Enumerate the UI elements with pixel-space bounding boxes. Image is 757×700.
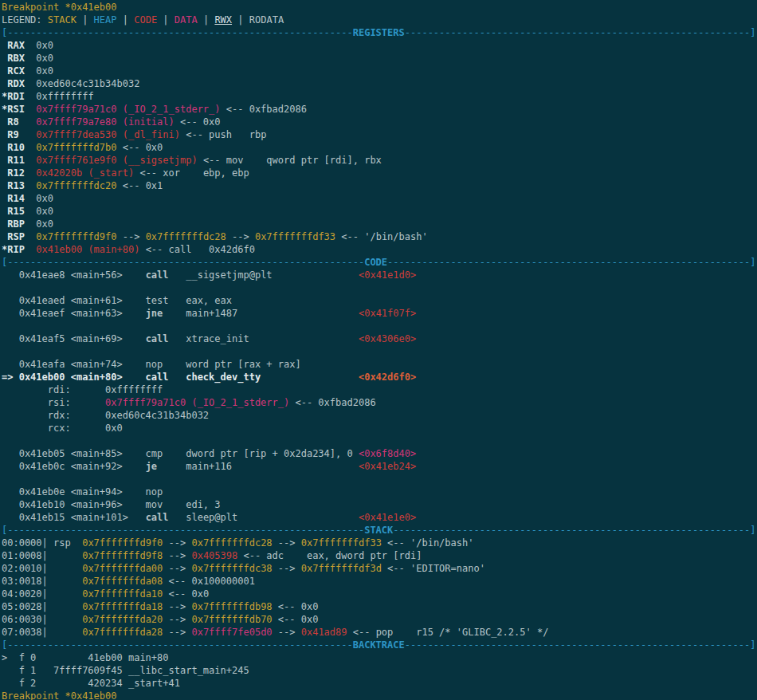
text-token: RBP (2, 218, 36, 230)
text-token: *RDI (2, 91, 36, 102)
register-row-r10: R10 0x7fffffffd7b0 <-- 0x0 (2, 141, 757, 154)
register-row-r14: R14 0x0 (2, 192, 757, 205)
text-token: <-- 0x1 (117, 180, 163, 191)
text-token: 06:0030| (2, 614, 82, 625)
text-token: 0x7fffffffdc28 (191, 537, 272, 549)
text-token: <0x42d6f0> (359, 372, 416, 383)
text-token: rdi: 0xffffffff (2, 384, 163, 395)
breakpoint-banner-bottom: Breakpoint *0x41eb00 (2, 690, 757, 700)
text-token: 0x7fffffffdc38 (191, 563, 272, 574)
text-token: <0x41e1e0> (359, 512, 416, 523)
stack-row-04: 04:0020| 0x7fffffffda10 <-- 0x0 (2, 588, 757, 600)
section-border: [---------------------------------------… (2, 525, 364, 536)
register-row-rbp: RBP 0x0 (2, 218, 757, 230)
text-token: jne (146, 308, 163, 319)
stack-row-05: 05:0028| 0x7fffffffda18 --> 0x7fffffffdb… (2, 600, 757, 613)
text-token: 0x41eaef <main+63> (2, 308, 146, 319)
text-token: 0x41eb10 <main+96> mov edi, 3 (2, 499, 221, 510)
text-token: --> (163, 563, 191, 574)
register-row-r13: R13 0x7fffffffdc20 <-- 0x1 (2, 179, 757, 192)
text-token: | (232, 14, 249, 26)
text-token: 0x7fffffffda10 (82, 588, 163, 600)
text-token: RWX (214, 14, 232, 26)
register-row-rsi: *RSI 0x7ffff79a71c0 (_IO_2_1_stderr_) <-… (2, 103, 757, 116)
text-token: RBX (2, 53, 36, 64)
text-token: RAX (2, 40, 36, 51)
text-token: <-- 0xfbad2086 (289, 397, 375, 408)
text-token: | (198, 14, 215, 26)
register-row-r9: R9 0x7ffff7dea530 (_dl_fini) <-- push rb… (2, 128, 757, 141)
text-token: 0x405398 (191, 550, 237, 561)
stack-row-02: 02:0010| 0x7fffffffda00 --> 0x7fffffffdc… (2, 562, 757, 575)
text-token: 02:0010| (2, 563, 82, 574)
text-token: 0x41eaed <main+61> test eax, eax (2, 295, 232, 306)
code-row-main94: 0x41eb0e <main+94> nop (2, 486, 757, 498)
text-token: 0x41eb0c <main+92> (2, 461, 146, 472)
code-row-blank (2, 281, 757, 294)
text-token: 0x41eb05 <main+85> cmp dword ptr [rip + … (2, 448, 359, 459)
text-token: 0x41eae8 <main+56> (2, 269, 146, 281)
registers-section-header: [---------------------------------------… (2, 26, 757, 39)
code-row-main63: 0x41eaef <main+63> jne main+1487 <0x41f0… (2, 307, 757, 320)
text-token: 0x41ad89 (301, 627, 347, 638)
text-token: <-- call 0x42d6f0 (139, 244, 255, 255)
code-row-main56: 0x41eae8 <main+56> call __sigsetjmp@plt … (2, 269, 757, 281)
code-row-main61: 0x41eaed <main+61> test eax, eax (2, 294, 757, 307)
code-row-blank (2, 435, 757, 447)
code-section-header: [---------------------------------------… (2, 256, 757, 269)
text-token: rdx: 0xed60c4c31b34b032 (2, 410, 209, 421)
text-token: 0x7fffffffd9f0 (82, 537, 163, 549)
code-row-blank (2, 473, 757, 486)
text-token: RCX (2, 65, 36, 77)
text-token: 0x7fffffffda20 (82, 614, 163, 625)
text-token: <-- pop r15 /* 'GLIBC_2.2.5' */ (347, 627, 549, 638)
text-token: Breakpoint *0x41eb00 (2, 2, 117, 13)
text-token: <-- 0x0 (163, 588, 209, 600)
text-token: --> (163, 627, 191, 638)
text-token: | (117, 14, 135, 26)
stack-row-01: 01:0008| 0x7fffffffd9f8 --> 0x405398 <--… (2, 549, 757, 562)
text-token: call (146, 512, 169, 523)
text-token: 0x7ffff79a7e80 (initial) (36, 116, 174, 128)
text-token: 0x7fffffffda00 (82, 563, 163, 574)
text-token: main+1487 (163, 308, 359, 319)
section-border: ----------------------------------------… (405, 27, 756, 38)
text-token: 0x7ffff761e9f0 (__sigsetjmp) (36, 155, 197, 166)
text-token: <-- 'EDITOR=nano' (382, 563, 485, 574)
section-border: ----------------------------------------… (405, 639, 756, 651)
section-border: ----------------------------------------… (393, 525, 755, 536)
section-border: [---------------------------------------… (2, 27, 353, 38)
backtrace-row-f0: > f 0 41eb00 main+80 (2, 651, 757, 664)
text-token: <-- 0x100000001 (163, 576, 255, 587)
section-border: ----------------------------------------… (387, 257, 755, 268)
text-token: <-- '/bin/bash' (335, 231, 428, 242)
text-token: --> (163, 614, 191, 625)
text-token: 0xed60c4c31b34b032 (36, 78, 139, 89)
backtrace-section-header: [---------------------------------------… (2, 639, 757, 651)
section-title: BACKTRACE (353, 639, 405, 651)
text-token: <0x41f07f> (359, 308, 416, 319)
register-row-rcx: RCX 0x0 (2, 65, 757, 77)
text-token: 04:0020| (2, 588, 82, 600)
code-arg-row-rdi: rdi: 0xffffffff (2, 383, 757, 396)
text-token: RODATA (249, 14, 284, 26)
text-token: <-- mov qword ptr [rdi], rbx (198, 155, 382, 166)
stack-row-07: 07:0038| 0x7fffffffda28 --> 0x7ffff7fe05… (2, 626, 757, 639)
text-token: HEAP (94, 14, 117, 26)
code-row-current-main80: => 0x41eb00 <main+80> call check_dev_tty… (2, 371, 757, 383)
text-token: DATA (175, 14, 198, 26)
text-token: 0x0 (36, 53, 53, 64)
register-row-r12: R12 0x42020b (_start) <-- xor ebp, ebp (2, 167, 757, 179)
text-token: je (146, 461, 157, 472)
text-token: 0xffffffff (36, 91, 93, 102)
terminal[interactable]: Breakpoint *0x41eb00LEGEND: STACK | HEAP… (0, 0, 757, 700)
text-token: CODE (134, 14, 157, 26)
text-token: <-- 0x0 (117, 142, 163, 153)
text-token: --> (163, 537, 191, 549)
text-token: R11 (2, 155, 36, 166)
text-token: f 2 420234 _start+41 (2, 678, 180, 689)
section-border: [---------------------------------------… (2, 639, 353, 651)
text-token: 0x7fffffffd9f8 (82, 550, 163, 561)
code-row-main96: 0x41eb10 <main+96> mov edi, 3 (2, 498, 757, 511)
text-token: 0x0 (36, 40, 53, 51)
